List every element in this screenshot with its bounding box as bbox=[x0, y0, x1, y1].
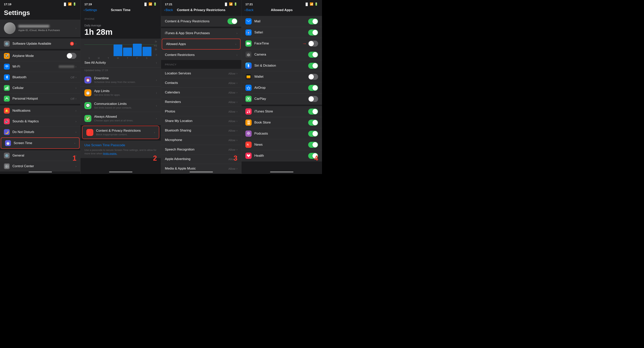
airdrop-toggle[interactable] bbox=[308, 85, 318, 91]
facetime-toggle[interactable] bbox=[308, 41, 318, 47]
siri-row[interactable]: Siri & Dictation bbox=[242, 60, 322, 71]
bluetooth-sharing-row[interactable]: Bluetooth Sharing Allow › bbox=[161, 126, 241, 135]
update-chevron: › bbox=[76, 42, 76, 45]
cp-toggle-row[interactable]: Content & Privacy Restrictions bbox=[161, 16, 241, 27]
mail-toggle[interactable] bbox=[308, 18, 318, 24]
mail-row[interactable]: Mail bbox=[242, 16, 322, 27]
back-label-3: Back bbox=[166, 8, 173, 12]
bluetooth-sharing-label: Bluetooth Sharing bbox=[165, 129, 228, 133]
general-label: General bbox=[12, 154, 76, 158]
contacts-row[interactable]: Contacts Allow › bbox=[161, 78, 241, 88]
location-services-row[interactable]: Location Services Allow › bbox=[161, 69, 241, 78]
hotspot-row[interactable]: Personal Hotspot Off › bbox=[0, 93, 80, 104]
control-center-row[interactable]: 🎛️ Control Center › bbox=[0, 161, 80, 172]
see-all-row[interactable]: See All Activity › bbox=[80, 58, 161, 68]
photos-row[interactable]: Photos Allow › bbox=[161, 107, 241, 116]
reminders-label: Reminders bbox=[165, 100, 228, 104]
news-toggle[interactable] bbox=[308, 142, 318, 148]
passcode-link[interactable]: Use Screen Time Passcode bbox=[84, 143, 157, 147]
comm-limits-row[interactable]: 💬 Communication Limits Set limits based … bbox=[80, 99, 161, 112]
status-icons-3: ▐▌ 📶 🔋 bbox=[224, 2, 238, 6]
safari-toggle[interactable] bbox=[308, 29, 318, 35]
day-t2: T bbox=[123, 57, 132, 59]
podcasts-label: Podcasts bbox=[254, 132, 308, 136]
camera-toggle[interactable] bbox=[308, 52, 318, 58]
always-allowed-row[interactable]: ✅ Always Allowed Choose apps you want at… bbox=[80, 112, 161, 125]
calendars-chevron: › bbox=[236, 91, 238, 94]
nav-title-4: Allowed Apps bbox=[271, 8, 293, 12]
apple-advertising-row[interactable]: Apple Advertising Allow › bbox=[161, 154, 241, 164]
wallet-icon bbox=[246, 74, 252, 80]
airplane-mode-toggle[interactable] bbox=[66, 53, 76, 59]
health-row[interactable]: Health bbox=[242, 150, 322, 161]
wallet-row[interactable]: Wallet bbox=[242, 71, 322, 82]
software-update-row[interactable]: ⚙️ Software Update Available 1 › bbox=[0, 38, 80, 49]
back-button-4[interactable]: ‹ Back bbox=[244, 8, 253, 12]
photos-label: Photos bbox=[165, 110, 228, 113]
iphone-label: IPHONE bbox=[80, 14, 161, 21]
safari-icon bbox=[246, 29, 252, 35]
dnd-row[interactable]: 🌙 Do Not Disturb › bbox=[0, 127, 80, 138]
wifi-row[interactable]: Wi-Fi › bbox=[0, 61, 80, 72]
back-button-3[interactable]: ‹ Back bbox=[164, 8, 173, 12]
sounds-row[interactable]: 🔊 Sounds & Haptics › bbox=[0, 116, 80, 127]
cp-toggle-label: Content & Privacy Restrictions bbox=[165, 19, 228, 23]
siri-toggle[interactable] bbox=[308, 63, 318, 69]
safari-row[interactable]: Safari bbox=[242, 27, 322, 38]
wifi-icon-4: 📶 bbox=[310, 2, 314, 6]
news-row[interactable]: N News bbox=[242, 139, 322, 150]
speech-recognition-row[interactable]: Speech Recognition Allow › bbox=[161, 145, 241, 154]
allowed-apps-row-highlighted[interactable]: Allowed Apps › bbox=[162, 39, 240, 49]
book-store-toggle[interactable] bbox=[308, 120, 318, 126]
profile-row[interactable]: Apple ID, iCloud, Media & Purchases › bbox=[0, 20, 80, 37]
content-privacy-row[interactable]: 🚫 Content & Privacy Restrictions Block i… bbox=[82, 126, 159, 139]
airplane-mode-row[interactable]: ✈️ Airplane Mode bbox=[0, 50, 80, 61]
content-restrictions-row[interactable]: Content Restrictions › bbox=[161, 50, 241, 60]
cp-toggle[interactable] bbox=[228, 18, 238, 24]
book-store-row[interactable]: Book Store bbox=[242, 117, 322, 128]
page-title-settings: Settings bbox=[0, 7, 80, 20]
share-location-row[interactable]: Share My Location Allow › bbox=[161, 116, 241, 126]
facetime-row[interactable]: FaceTime → bbox=[242, 38, 322, 49]
downtime-row[interactable]: ⏰ Downtime Schedule time away from the s… bbox=[80, 74, 161, 86]
itunes-purchases-chevron: › bbox=[236, 32, 238, 35]
allowed-apps-group2: iTunes Store Book Store Podcasts bbox=[242, 106, 322, 161]
itunes-purchases-row[interactable]: iTunes & App Store Purchases › bbox=[161, 28, 241, 38]
carplay-row[interactable]: CarPlay bbox=[242, 93, 322, 105]
siri-icon bbox=[246, 62, 252, 69]
always-allowed-sub: Choose apps you want at all times. bbox=[94, 119, 156, 122]
always-allowed-icon: ✅ bbox=[84, 115, 92, 122]
camera-row[interactable]: Camera bbox=[242, 49, 322, 60]
cellular-row[interactable]: Cellular › bbox=[0, 83, 80, 93]
calendars-row[interactable]: Calendars Allow › bbox=[161, 88, 241, 97]
step-2: 2 bbox=[153, 154, 157, 162]
itunes-store-row[interactable]: iTunes Store bbox=[242, 106, 322, 117]
microphone-row[interactable]: Microphone Allow › bbox=[161, 135, 241, 145]
allowed-apps-row[interactable]: Allowed Apps › bbox=[162, 39, 240, 49]
sounds-chevron: › bbox=[76, 120, 76, 123]
signal-icon-3: ▐▌ bbox=[224, 2, 228, 6]
carplay-toggle[interactable] bbox=[308, 96, 318, 102]
podcasts-toggle[interactable] bbox=[308, 131, 318, 137]
podcasts-row[interactable]: Podcasts bbox=[242, 128, 322, 139]
software-update-section: ⚙️ Software Update Available 1 › bbox=[0, 38, 80, 49]
itunes-store-toggle[interactable] bbox=[308, 109, 318, 115]
app-limits-row[interactable]: ⏱️ App Limits Set time limits for apps. … bbox=[80, 86, 161, 99]
reminders-row[interactable]: Reminders Allow › bbox=[161, 97, 241, 107]
time-3: 17:21 bbox=[165, 2, 172, 6]
microphone-value: Allow bbox=[228, 139, 235, 142]
content-privacy-sub: Block inappropriate content. bbox=[96, 133, 154, 136]
back-button-2[interactable]: ‹ Settings bbox=[84, 8, 97, 12]
content-privacy-row-highlighted[interactable]: 🚫 Content & Privacy Restrictions Block i… bbox=[82, 126, 159, 139]
hotspot-label: Personal Hotspot bbox=[12, 97, 70, 101]
wallet-toggle[interactable] bbox=[308, 74, 318, 80]
updated-text: Updated today 17.19 bbox=[80, 68, 161, 74]
screen-time-label: Screen Time bbox=[14, 141, 74, 145]
screen-time-row[interactable]: ⏱️ Screen Time › bbox=[1, 138, 80, 149]
nav-title-3: Content & Privacy Restrictions bbox=[177, 8, 225, 12]
notifications-row[interactable]: 🔔 Notifications › bbox=[0, 105, 80, 116]
bluetooth-sharing-value: Allow bbox=[228, 129, 235, 132]
bluetooth-row[interactable]: Bluetooth Off › bbox=[0, 72, 80, 83]
airdrop-row[interactable]: AirDrop bbox=[242, 82, 322, 93]
general-row[interactable]: ⚙️ General › bbox=[0, 150, 80, 161]
